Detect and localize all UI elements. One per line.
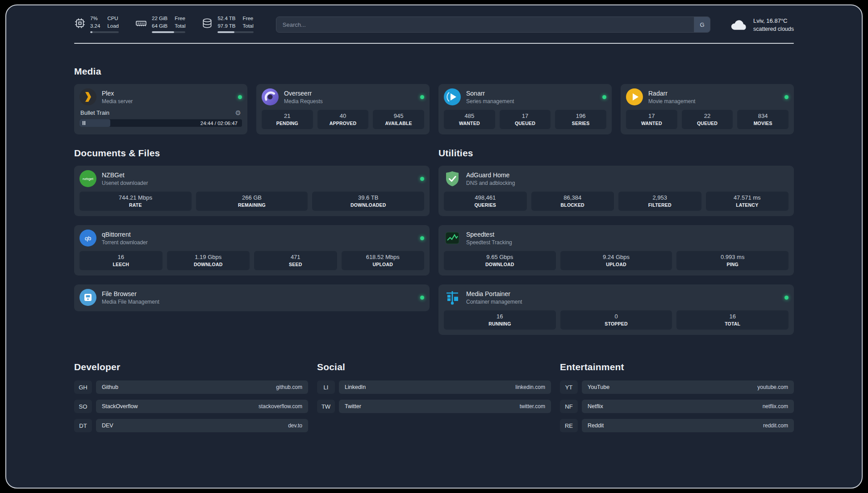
- cpu-progress-bar: [90, 31, 119, 33]
- service-subtitle: Movie management: [648, 98, 695, 104]
- section-title-documents: Documents & Files: [74, 148, 430, 159]
- search-input[interactable]: [276, 17, 694, 32]
- memory-free-label: Free: [175, 16, 185, 21]
- stat-ping: 0.993 ms PING: [676, 251, 789, 270]
- bookmark-link-github[interactable]: Github github.com: [96, 380, 308, 394]
- memory-progress-bar: [152, 31, 185, 33]
- cpu-load-label: Load: [107, 24, 119, 29]
- memory-free-value: 22 GiB: [152, 16, 167, 21]
- status-dot: [602, 95, 606, 99]
- service-card-speedtest[interactable]: Speedtest Speedtest Tracking 9.65 Gbps D…: [438, 225, 794, 276]
- section-title-social: Social: [317, 362, 551, 372]
- stat-downloaded: 39.6 TB DOWNLOADED: [312, 192, 424, 211]
- overseerr-icon: [262, 88, 279, 105]
- section-title-media: Media: [74, 66, 794, 77]
- bookmark-abbr: NF: [560, 400, 578, 413]
- bookmark-abbr: TW: [317, 400, 335, 413]
- disk-icon: [201, 17, 213, 29]
- bookmark-row-youtube: YT YouTube youtube.com: [560, 380, 794, 394]
- service-card-qbittorrent[interactable]: qb qBittorrent Torrent downloader 16 LEE…: [74, 225, 430, 276]
- bookmark-row-reddit: RE Reddit reddit.com: [560, 419, 794, 432]
- bookmark-link-youtube[interactable]: YouTube youtube.com: [582, 380, 794, 394]
- memory-icon: [135, 17, 147, 29]
- playback-progress-fill: [79, 119, 110, 127]
- stat-download: 1.19 Gbps DOWNLOAD: [167, 251, 250, 270]
- stat-queries: 498,461 QUERIES: [444, 192, 527, 211]
- service-name: Sonarr: [466, 90, 514, 97]
- service-name: Overseerr: [284, 90, 323, 97]
- section-title-developer: Developer: [74, 362, 308, 372]
- stat-seed: 471 SEED: [254, 251, 337, 270]
- stat-wanted: 17 WANTED: [626, 110, 677, 129]
- service-subtitle: Series management: [466, 98, 514, 104]
- weather-location-temp: Lviv, 16.87°C: [753, 17, 794, 24]
- cloud-icon: [730, 18, 748, 31]
- stat-approved: 40 APPROVED: [317, 110, 369, 129]
- service-name: Plex: [102, 90, 133, 97]
- settings-icon[interactable]: ⚙: [235, 109, 241, 116]
- qbittorrent-icon: qb: [79, 230, 96, 246]
- sonarr-icon: [444, 88, 461, 105]
- stat-movies: 834 MOVIES: [737, 110, 789, 129]
- service-name: Speedtest: [466, 231, 512, 238]
- status-dot: [420, 236, 424, 240]
- bookmark-domain: reddit.com: [763, 422, 788, 429]
- bookmark-link-stackoverflow[interactable]: StackOverflow stackoverflow.com: [96, 400, 308, 413]
- disk-widget: 52.4 TB 97.9 TB Free Total: [201, 16, 253, 33]
- weather-widget: Lviv, 16.87°C scattered clouds: [730, 17, 794, 32]
- disk-free-value: 52.4 TB: [217, 16, 235, 21]
- stat-wanted: 485 WANTED: [444, 110, 495, 129]
- weather-condition: scattered clouds: [753, 26, 794, 32]
- bookmark-row-netflix: NF Netflix netflix.com: [560, 400, 794, 413]
- stat-total: 16 TOTAL: [676, 310, 789, 330]
- stat-stopped: 0 STOPPED: [560, 310, 672, 330]
- bookmark-abbr: LI: [317, 380, 335, 394]
- adguard-icon: [444, 170, 461, 187]
- service-card-plex[interactable]: Plex Media server Bullet Train ⚙ 24:44 /…: [74, 84, 247, 134]
- playback-progress-bar: 24:44 / 02:06:47: [79, 119, 242, 127]
- stat-latency: 47.571 ms LATENCY: [706, 192, 789, 211]
- bookmark-link-dev[interactable]: DEV dev.to: [96, 419, 308, 432]
- bookmark-link-netflix[interactable]: Netflix netflix.com: [582, 400, 794, 413]
- bookmark-link-linkedin[interactable]: LinkedIn linkedin.com: [339, 380, 551, 394]
- dashboard-frame: 7% 3.24 CPU Load 22 GiB: [5, 4, 863, 489]
- service-subtitle: Usenet downloader: [102, 180, 148, 186]
- service-name: qBittorrent: [102, 231, 148, 238]
- section-utilities: Utilities AdGuard Home DNS and adblockin…: [438, 148, 794, 335]
- service-name: AdGuard Home: [466, 171, 515, 179]
- service-name: NZBGet: [102, 171, 148, 179]
- status-dot: [420, 95, 424, 99]
- service-card-adguard[interactable]: AdGuard Home DNS and adblocking 498,461 …: [438, 166, 794, 216]
- bookmark-domain: github.com: [276, 384, 302, 390]
- service-card-nzbget[interactable]: nzbget NZBGet Usenet downloader 744.21 M…: [74, 166, 430, 216]
- bookmark-domain: youtube.com: [757, 384, 788, 390]
- nzbget-icon: nzbget: [79, 170, 96, 187]
- status-dot: [238, 95, 242, 99]
- memory-total-label: Total: [175, 24, 185, 29]
- bookmark-link-twitter[interactable]: Twitter twitter.com: [339, 400, 551, 413]
- service-card-overseerr[interactable]: Overseerr Media Requests 21 PENDING 40 A…: [256, 84, 430, 134]
- speedtest-icon: [444, 230, 461, 246]
- stat-pending: 21 PENDING: [262, 110, 313, 129]
- service-card-filebrowser[interactable]: File Browser Media File Management: [74, 284, 430, 311]
- service-card-sonarr[interactable]: Sonarr Series management 485 WANTED 17 Q…: [438, 84, 612, 134]
- cpu-widget: 7% 3.24 CPU Load: [74, 16, 119, 33]
- status-dot: [785, 296, 789, 300]
- plex-icon: [79, 88, 96, 105]
- service-card-radarr[interactable]: Radarr Movie management 17 WANTED 22 QUE…: [621, 84, 794, 134]
- service-name: File Browser: [102, 290, 159, 297]
- pause-icon[interactable]: [83, 121, 85, 125]
- service-card-portainer[interactable]: Media Portainer Container management 16 …: [438, 284, 794, 335]
- portainer-icon: [444, 289, 461, 306]
- stat-available: 945 AVAILABLE: [373, 110, 424, 129]
- bookmark-link-reddit[interactable]: Reddit reddit.com: [582, 419, 794, 432]
- stat-leech: 16 LEECH: [79, 251, 163, 270]
- bookmark-name: StackOverflow: [102, 403, 138, 409]
- bookmark-row-github: GH Github github.com: [74, 380, 308, 394]
- bookmark-domain: dev.to: [288, 422, 302, 429]
- stat-rate: 744.21 Mbps RATE: [79, 192, 192, 211]
- bookmark-name: Twitter: [345, 403, 361, 409]
- search-provider-button[interactable]: G: [694, 17, 710, 32]
- bookmark-row-twitter: TW Twitter twitter.com: [317, 400, 551, 413]
- service-subtitle: Container management: [466, 299, 522, 305]
